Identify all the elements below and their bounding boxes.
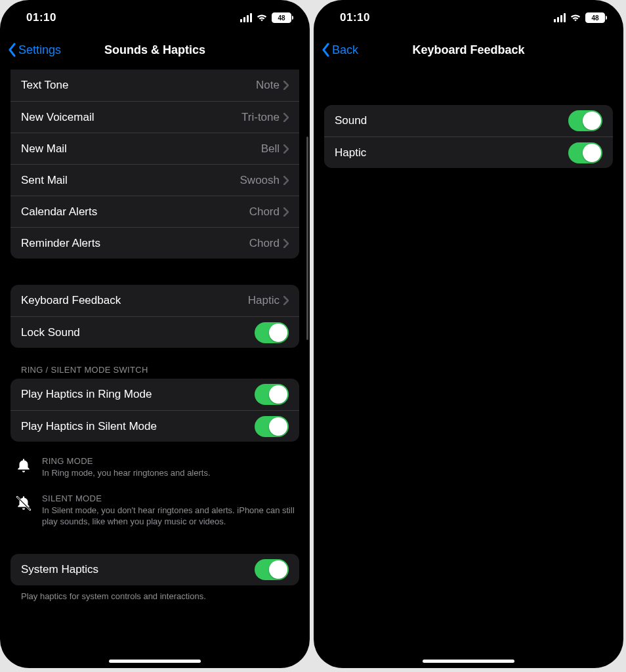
row-sound: Sound (324, 105, 613, 136)
cellular-icon (554, 13, 566, 22)
battery-icon: 48 (272, 12, 291, 23)
row-label: Play Haptics in Ring Mode (21, 388, 255, 401)
home-indicator[interactable] (423, 660, 514, 663)
status-time: 01:10 (26, 11, 56, 24)
row-haptics-silent-mode: Play Haptics in Silent Mode (10, 410, 299, 442)
status-bar: 01:10 48 (314, 0, 623, 35)
row-label: Calendar Alerts (21, 205, 249, 219)
row-value: Tri-tone (241, 111, 280, 124)
haptic-switch[interactable] (568, 142, 602, 163)
row-value: Chord (249, 237, 280, 250)
status-indicators: 48 (554, 12, 605, 23)
page-title: Keyboard Feedback (314, 43, 623, 57)
haptics-ring-switch[interactable] (255, 384, 289, 405)
row-label: Sound (335, 114, 568, 127)
scroll-indicator[interactable] (306, 136, 308, 340)
row-value: Haptic (248, 294, 280, 307)
system-haptics-footer: Play haptics for system controls and int… (21, 591, 289, 602)
row-value: Chord (249, 205, 280, 219)
ring-silent-section-header: RING / SILENT MODE SWITCH (21, 365, 299, 375)
wifi-icon (256, 13, 268, 22)
row-haptics-ring-mode: Play Haptics in Ring Mode (10, 379, 299, 410)
row-label: Lock Sound (21, 326, 255, 339)
haptics-silent-switch[interactable] (255, 416, 289, 437)
status-indicators: 48 (240, 12, 291, 23)
row-lock-sound: Lock Sound (10, 316, 299, 348)
back-label: Settings (18, 43, 61, 57)
row-label: Play Haptics in Silent Mode (21, 420, 255, 433)
status-time: 01:10 (340, 11, 370, 24)
wifi-icon (570, 13, 581, 22)
chevron-right-icon (283, 144, 289, 154)
chevron-right-icon (283, 239, 289, 248)
row-new-voicemail[interactable]: New Voicemail Tri-tone (10, 101, 299, 133)
system-haptics-group: System Haptics (10, 554, 299, 585)
ring-mode-title: RING MODE (42, 456, 211, 466)
chevron-right-icon (283, 176, 289, 185)
keyboard-feedback-group: Sound Haptic (324, 105, 613, 168)
settings-content: Text Tone Note New Voicemail Tri-tone Ne… (0, 64, 310, 668)
row-label: New Voicemail (21, 111, 241, 124)
nav-bar: Back Keyboard Feedback (314, 35, 623, 64)
row-label: Text Tone (21, 79, 256, 92)
row-label: Sent Mail (21, 174, 240, 187)
back-button[interactable]: Back (322, 43, 358, 57)
nav-bar: Settings Sounds & Haptics (0, 35, 310, 64)
system-haptics-switch[interactable] (255, 559, 289, 580)
silent-mode-title: SILENT MODE (42, 494, 295, 503)
row-text-tone[interactable]: Text Tone Note (10, 70, 299, 101)
status-bar: 01:10 48 (0, 0, 310, 35)
row-label: New Mail (21, 142, 261, 156)
ring-mode-info: RING MODE In Ring mode, you hear rington… (14, 456, 295, 479)
settings-content: Sound Haptic (314, 64, 623, 668)
row-keyboard-feedback[interactable]: Keyboard Feedback Haptic (10, 285, 299, 316)
silent-mode-info: SILENT MODE In Silent mode, you don't he… (14, 494, 295, 528)
sound-switch[interactable] (568, 110, 602, 131)
lock-sound-switch[interactable] (255, 322, 289, 343)
battery-level: 48 (591, 14, 598, 22)
keyboard-lock-group: Keyboard Feedback Haptic Lock Sound (10, 285, 299, 348)
chevron-right-icon (283, 113, 289, 122)
back-button[interactable]: Settings (8, 43, 61, 57)
bell-slash-icon (14, 495, 33, 513)
phone-keyboard-feedback: 01:10 48 Back Keyboard Feedback Sound Ha… (314, 0, 623, 668)
row-label: System Haptics (21, 563, 255, 576)
chevron-left-icon (322, 43, 331, 57)
row-reminder-alerts[interactable]: Reminder Alerts Chord (10, 227, 299, 259)
cellular-icon (240, 13, 252, 22)
phone-sounds-haptics: 01:10 48 Settings Sounds & Haptics Text … (0, 0, 310, 668)
row-label: Keyboard Feedback (21, 294, 248, 307)
row-label: Haptic (335, 146, 568, 159)
row-value: Bell (261, 142, 280, 156)
row-system-haptics: System Haptics (10, 554, 299, 585)
row-new-mail[interactable]: New Mail Bell (10, 133, 299, 164)
chevron-right-icon (283, 81, 289, 90)
ring-silent-group: Play Haptics in Ring Mode Play Haptics i… (10, 379, 299, 442)
row-sent-mail[interactable]: Sent Mail Swoosh (10, 164, 299, 196)
tones-group: Text Tone Note New Voicemail Tri-tone Ne… (10, 70, 299, 259)
row-haptic: Haptic (324, 136, 613, 168)
row-calendar-alerts[interactable]: Calendar Alerts Chord (10, 196, 299, 227)
silent-mode-desc: In Silent mode, you don't hear ringtones… (42, 505, 295, 528)
back-label: Back (332, 43, 358, 57)
row-value: Swoosh (240, 174, 280, 187)
row-label: Reminder Alerts (21, 237, 249, 250)
home-indicator[interactable] (109, 660, 201, 663)
battery-icon: 48 (585, 12, 605, 23)
battery-level: 48 (278, 14, 285, 22)
row-value: Note (256, 79, 280, 92)
ring-mode-desc: In Ring mode, you hear ringtones and ale… (42, 467, 211, 479)
chevron-right-icon (283, 207, 289, 217)
bell-icon (14, 457, 33, 476)
chevron-right-icon (283, 296, 289, 305)
chevron-left-icon (8, 43, 17, 57)
